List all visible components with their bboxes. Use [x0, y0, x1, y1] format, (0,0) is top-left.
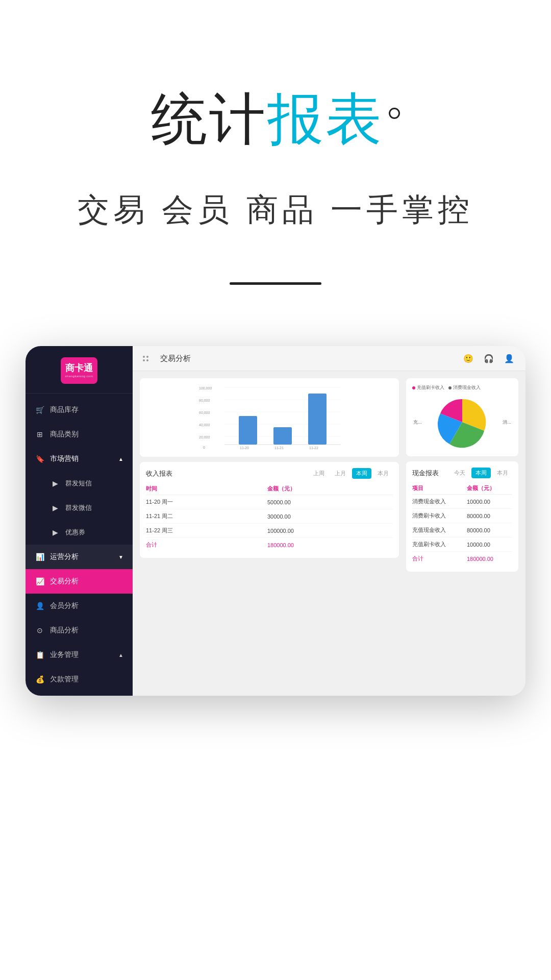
cash-total-row: 合计 180000.00 [412, 552, 512, 566]
cash-table-title: 现金报表 [412, 469, 439, 478]
income-table-header: 收入报表 上周 上月 本周 本月 [146, 468, 393, 479]
cash-item: 消费刷卡收入 [412, 509, 467, 523]
svg-rect-12 [239, 416, 257, 445]
sidebar-item-category[interactable]: ⊞ 商品类别 [26, 422, 133, 447]
user-icon: 👤 [35, 601, 45, 611]
cash-item: 消费现金收入 [412, 495, 467, 509]
dashboard-wrapper: 商卡通 shangkatong.com 🛒 商品库存 ⊞ 商品类别 🔖 市场营销… [0, 346, 551, 737]
business-icon: 📋 [35, 650, 45, 660]
legend-dot-pink [412, 386, 415, 389]
col-date: 时间 [146, 483, 267, 495]
sidebar-item-inventory[interactable]: 🛒 商品库存 [26, 398, 133, 422]
cash-total-amount: 180000.00 [467, 552, 512, 566]
legend-item-consume-cash: 消费现金收入 [448, 384, 481, 391]
svg-text:11-22: 11-22 [309, 446, 318, 450]
table-row: 充值刷卡收入 10000.00 [412, 537, 512, 552]
cash-tab-group: 今天 本周 本月 [450, 468, 512, 478]
headphone-icon[interactable]: 🎧 [483, 352, 495, 364]
cash-col-amount: 金额（元） [467, 482, 512, 495]
cell-date: 11-20 周一 [146, 495, 267, 509]
pie-chart-svg [434, 394, 490, 450]
cash-item: 充值现金收入 [412, 523, 467, 537]
sidebar-item-business-label: 业务管理 [50, 650, 79, 659]
cash-tab-today[interactable]: 今天 [450, 468, 469, 478]
logo-pinyin: shangkatong.com [65, 375, 93, 378]
cell-amount: 30000.00 [267, 509, 393, 524]
hero-title-accent: 报表 [267, 87, 384, 150]
sidebar-item-marketing-label: 市场营销 [50, 454, 79, 463]
pie-chart-area: 充... 消... [412, 394, 512, 450]
sidebar-item-sms[interactable]: ▶ 群发短信 [26, 471, 133, 496]
legend-dot-gray [448, 386, 452, 389]
sidebar-item-transaction[interactable]: 📈 交易分析 [26, 569, 133, 594]
sidebar-item-coupon-label: 优惠券 [65, 528, 85, 537]
income-table-title: 收入报表 [146, 469, 172, 478]
sidebar-item-product[interactable]: ⊙ 商品分析 [26, 618, 133, 643]
sidebar-item-operations[interactable]: 📊 运营分析 ▼ [26, 545, 133, 569]
sidebar: 商卡通 shangkatong.com 🛒 商品库存 ⊞ 商品类别 🔖 市场营销… [26, 346, 133, 696]
logo-chinese: 商卡通 [65, 363, 93, 374]
tab-last-week[interactable]: 上周 [309, 468, 329, 479]
svg-text:100,000: 100,000 [199, 386, 212, 390]
hero-title: 统计报表 [151, 82, 400, 158]
svg-text:40,000: 40,000 [199, 423, 210, 427]
chevron-down-icon: ▼ [118, 554, 123, 560]
cash-amount: 80000.00 [467, 509, 512, 523]
cart-icon: 🛒 [35, 405, 45, 415]
menu-dots-icon[interactable] [143, 353, 154, 364]
svg-text:0: 0 [203, 446, 205, 449]
pie-right-label: 消... [503, 419, 511, 426]
sidebar-item-wechat[interactable]: ▶ 群发微信 [26, 496, 133, 520]
logo-box: 商卡通 shangkatong.com [61, 357, 97, 384]
tag-icon: ▶ [50, 527, 60, 537]
svg-text:60,000: 60,000 [199, 411, 210, 414]
sidebar-item-coupon[interactable]: ▶ 优惠券 [26, 520, 133, 545]
right-panel: 充值刷卡收入 消费现金收入 [406, 378, 518, 689]
cell-date: 11-21 周二 [146, 509, 267, 524]
sidebar-item-category-label: 商品类别 [50, 430, 79, 439]
svg-text:80,000: 80,000 [199, 399, 210, 402]
money-icon: 💰 [35, 674, 45, 684]
sidebar-item-member[interactable]: 👤 会员分析 [26, 594, 133, 618]
table-row: 11-20 周一 50000.00 [146, 495, 393, 509]
profile-icon[interactable]: 👤 [503, 352, 515, 364]
chart-icon: 📊 [35, 552, 45, 562]
sidebar-menu: 🛒 商品库存 ⊞ 商品类别 🔖 市场营销 ▲ ▶ 群发短信 ▶ [26, 394, 133, 696]
product-icon: ⊙ [35, 625, 45, 635]
legend-item-recharge-card: 充值刷卡收入 [412, 384, 444, 391]
sidebar-item-operations-label: 运营分析 [50, 552, 79, 561]
sidebar-item-debt[interactable]: 💰 欠款管理 [26, 667, 133, 692]
topbar: 交易分析 🙂 🎧 👤 [133, 346, 525, 371]
svg-rect-13 [273, 427, 292, 445]
cash-tab-month[interactable]: 本月 [493, 468, 512, 478]
trend-icon: 📈 [35, 576, 45, 586]
tab-last-month[interactable]: 上月 [331, 468, 350, 479]
topbar-title: 交易分析 [160, 354, 191, 363]
pie-left-label: 充... [413, 419, 422, 426]
emoji-icon[interactable]: 🙂 [462, 352, 474, 364]
sidebar-item-marketing[interactable]: 🔖 市场营销 ▲ [26, 447, 133, 471]
cash-table: 项目 金额（元） 消费现金收入 10000.00 消费刷卡收 [412, 482, 512, 566]
bar-chart-area: 100,000 80,000 60,000 40,000 20,000 0 [146, 384, 393, 451]
svg-text:11-20: 11-20 [240, 446, 249, 450]
income-table: 时间 金额（元） 11-20 周一 50000.00 11- [146, 483, 393, 552]
sidebar-item-inventory-label: 商品库存 [50, 405, 79, 414]
tab-this-week[interactable]: 本周 [352, 468, 371, 479]
cash-amount: 10000.00 [467, 537, 512, 552]
total-amount: 180000.00 [267, 538, 393, 552]
sidebar-item-product-label: 商品分析 [50, 626, 79, 635]
grid-icon: ⊞ [35, 429, 45, 439]
cash-amount: 10000.00 [467, 495, 512, 509]
pie-legend: 充值刷卡收入 消费现金收入 [412, 384, 512, 391]
income-total-row: 合计 180000.00 [146, 538, 393, 552]
bar-chart-card: 100,000 80,000 60,000 40,000 20,000 0 [140, 378, 399, 457]
table-row: 消费刷卡收入 80000.00 [412, 509, 512, 523]
pie-chart-card: 充值刷卡收入 消费现金收入 [406, 378, 518, 456]
cell-amount: 50000.00 [267, 495, 393, 509]
tab-this-month[interactable]: 本月 [373, 468, 393, 479]
svg-rect-14 [308, 394, 327, 445]
dashboard-frame: 商卡通 shangkatong.com 🛒 商品库存 ⊞ 商品类别 🔖 市场营销… [26, 346, 525, 696]
sidebar-item-business[interactable]: 📋 业务管理 ▲ [26, 643, 133, 667]
cash-tab-week[interactable]: 本周 [471, 468, 491, 478]
cash-table-header: 现金报表 今天 本周 本月 [412, 468, 512, 478]
